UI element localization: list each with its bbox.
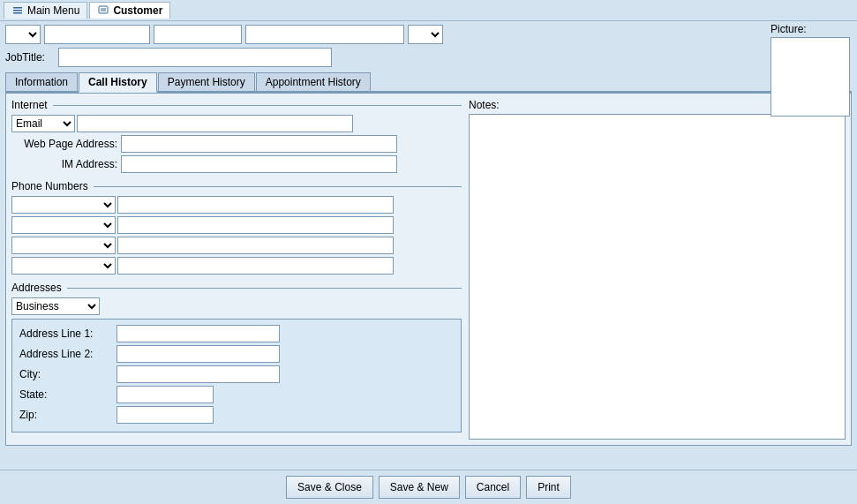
cancel-button[interactable]: Cancel <box>465 476 521 499</box>
internet-header: Internet <box>11 99 462 111</box>
main-menu-tab[interactable]: Main Menu <box>4 2 87 19</box>
addr-box: Address Line 1: Address Line 2: City: <box>11 319 462 433</box>
addr-line1-label: Address Line 1: <box>19 327 117 340</box>
phone-row-2 <box>11 216 462 234</box>
first-name-input[interactable] <box>44 25 150 44</box>
internet-divider <box>53 105 462 106</box>
addr-state-row: State: <box>19 386 454 403</box>
jobtitle-row: JobTitle: <box>5 48 852 67</box>
tabs-bar: Information Call History Payment History… <box>5 72 852 93</box>
customer-tab[interactable]: Customer <box>89 2 170 19</box>
email-input[interactable] <box>77 115 353 132</box>
middle-name-input[interactable] <box>154 25 242 44</box>
im-row: IM Address: <box>11 155 462 173</box>
phone-row-1 <box>11 196 462 214</box>
addr-line2-input[interactable] <box>117 345 280 363</box>
phone-header: Phone Numbers <box>11 180 462 192</box>
title-bar: Main Menu Customer <box>0 0 857 21</box>
main-menu-icon <box>11 4 24 17</box>
content-area: Internet Email Web Page Address: <box>5 93 852 446</box>
addr-city-input[interactable] <box>117 365 280 383</box>
addresses-header: Addresses <box>11 282 462 294</box>
notes-textarea[interactable] <box>469 114 846 440</box>
prefix-select[interactable]: Mr. Ms. Dr. <box>5 25 41 44</box>
phone-type-1[interactable] <box>11 196 116 214</box>
svg-rect-0 <box>13 7 22 9</box>
customer-icon <box>97 4 109 17</box>
svg-rect-2 <box>13 12 22 14</box>
customer-tab-label: Customer <box>113 4 162 17</box>
jobtitle-label: JobTitle: <box>5 51 58 64</box>
im-input[interactable] <box>121 155 397 173</box>
addr-zip-input[interactable] <box>117 406 214 424</box>
phone-type-4[interactable] <box>11 257 116 275</box>
tab-call-history[interactable]: Call History <box>79 72 157 93</box>
jobtitle-input[interactable] <box>58 48 332 67</box>
phone-input-3[interactable] <box>117 237 394 254</box>
phone-divider <box>94 186 462 187</box>
addr-city-label: City: <box>19 368 117 380</box>
email-type-select[interactable]: Email <box>11 115 75 132</box>
addresses-label: Addresses <box>11 282 62 294</box>
suffix-select[interactable]: Jr. Sr. III <box>408 25 443 44</box>
addr-line1-row: Address Line 1: <box>19 325 454 342</box>
save-close-button[interactable]: Save & Close <box>286 476 373 499</box>
bottom-bar: Save & Close Save & New Cancel Print <box>0 470 857 504</box>
addr-state-label: State: <box>19 388 117 401</box>
tab-information[interactable]: Information <box>5 72 78 91</box>
phone-input-4[interactable] <box>117 257 394 275</box>
im-label: IM Address: <box>11 158 117 170</box>
svg-rect-1 <box>13 10 22 11</box>
tab-payment-history[interactable]: Payment History <box>158 72 255 91</box>
addr-state-input[interactable] <box>117 386 214 403</box>
addr-line1-input[interactable] <box>117 325 280 342</box>
phone-type-2[interactable] <box>11 216 116 234</box>
tab-payment-history-label: Payment History <box>168 76 245 88</box>
phone-row-4 <box>11 257 462 275</box>
web-label: Web Page Address: <box>11 138 117 150</box>
phone-input-1[interactable] <box>117 196 394 214</box>
form-body: Mr. Ms. Dr. Jr. Sr. III JobTitle: Pictur… <box>0 21 857 504</box>
internet-section: Internet Email Web Page Address: <box>11 99 462 173</box>
last-name-input[interactable] <box>245 25 404 44</box>
tab-information-label: Information <box>15 76 68 88</box>
left-panel: Internet Email Web Page Address: <box>11 99 462 440</box>
addresses-divider <box>67 288 462 289</box>
addr-zip-row: Zip: <box>19 406 454 424</box>
print-button[interactable]: Print <box>526 476 571 499</box>
addr-city-row: City: <box>19 365 454 383</box>
tab-appointment-history-label: Appointment History <box>266 76 361 88</box>
picture-box <box>771 37 850 117</box>
main-menu-label: Main Menu <box>27 4 79 17</box>
tab-call-history-label: Call History <box>88 76 147 88</box>
picture-area: Picture: <box>771 23 850 117</box>
internet-label: Internet <box>11 99 48 111</box>
addr-type-row: Business Home Other <box>11 297 462 315</box>
web-input[interactable] <box>121 135 397 153</box>
right-panel: Notes: <box>469 99 846 440</box>
addr-type-select[interactable]: Business Home Other <box>11 297 100 315</box>
addr-zip-label: Zip: <box>19 409 117 421</box>
phone-label: Phone Numbers <box>11 180 88 192</box>
addr-line2-row: Address Line 2: <box>19 345 454 363</box>
phone-row-3 <box>11 237 462 254</box>
phone-section: Phone Numbers <box>11 180 462 275</box>
email-row: Email <box>11 115 462 132</box>
web-row: Web Page Address: <box>11 135 462 153</box>
name-row: Mr. Ms. Dr. Jr. Sr. III <box>5 25 852 44</box>
tab-appointment-history[interactable]: Appointment History <box>256 72 371 91</box>
picture-label: Picture: <box>771 23 850 35</box>
phone-type-3[interactable] <box>11 237 116 254</box>
addr-line2-label: Address Line 2: <box>19 348 117 360</box>
app-window: Main Menu Customer Mr. Ms. Dr. <box>0 0 857 504</box>
addresses-section: Addresses Business Home Other Address Li… <box>11 282 462 433</box>
save-new-button[interactable]: Save & New <box>379 476 460 499</box>
svg-rect-3 <box>99 6 108 13</box>
phone-input-2[interactable] <box>117 216 394 234</box>
